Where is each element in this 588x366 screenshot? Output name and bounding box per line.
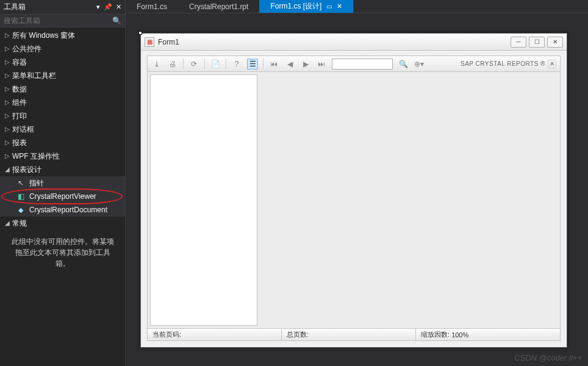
toolbox-header: 工具箱 ▾ 📌 ✕ (0, 0, 125, 15)
brand-label: SAP CRYSTAL REPORTS ® (461, 60, 545, 67)
tree-group[interactable]: ▷公共控件 (0, 42, 125, 56)
tree-group-label: WPF 互操作性 (12, 151, 60, 162)
separator (183, 59, 184, 70)
tree-item-label: CrystalReportDocument (29, 204, 107, 215)
help-icon[interactable]: ? (231, 59, 242, 70)
refresh-icon[interactable]: ⟳ (188, 59, 199, 70)
first-page-icon[interactable]: ⏮ (268, 59, 279, 70)
tab-label: Form1.cs (137, 2, 167, 11)
zoom-icon[interactable]: ⊕▾ (414, 59, 425, 70)
tree-item-pointer[interactable]: 指针 (0, 176, 125, 190)
document-tabs: Form1.cs CrystalReport1.rpt Form1.cs [设计… (126, 0, 588, 13)
tree-group-label: 对话框 (12, 124, 34, 135)
minimize-button[interactable]: ─ (511, 37, 526, 48)
watermark: CSDN @coder ll++ (514, 353, 582, 362)
close-icon[interactable]: ✕ (337, 2, 342, 10)
separator (204, 59, 205, 70)
close-icon[interactable]: ✕ (116, 3, 121, 11)
tab-form1-cs[interactable]: Form1.cs (126, 0, 178, 13)
separator (226, 59, 226, 70)
page-number-input[interactable] (332, 59, 393, 70)
next-page-icon[interactable]: ▶ (300, 59, 311, 70)
search-icon[interactable]: 🔍 (112, 16, 121, 25)
status-label: 当前页码: (152, 330, 181, 339)
status-zoom: 缩放因数: 100% (416, 329, 560, 340)
resize-handle[interactable] (138, 31, 142, 35)
dropdown-icon[interactable]: ▾ (96, 3, 100, 11)
tree-item-label: 指针 (29, 178, 44, 188)
form-titlebar[interactable]: ▦ Form1 ─ ☐ ✕ (141, 34, 567, 51)
find-icon[interactable]: 🔍 (398, 59, 409, 70)
report-viewer-icon (16, 191, 26, 202)
tree-item-crystalreportdocument[interactable]: CrystalReportDocument (0, 203, 125, 217)
tree-group-report-design[interactable]: ◢报表设计 (0, 163, 125, 176)
pin-icon[interactable]: 📌 (104, 3, 112, 11)
chevron-right-icon: ▷ (5, 110, 12, 121)
chevron-right-icon: ▷ (5, 124, 12, 135)
separator (263, 59, 264, 70)
toolbox-title: 工具箱 (4, 2, 96, 12)
toolbox-panel: 工具箱 ▾ 📌 ✕ 🔍 ▷所有 Windows 窗体 ▷公共控件 ▷容器 ▷菜单… (0, 0, 126, 366)
tree-group-label: 菜单和工具栏 (12, 70, 56, 81)
tree-group-label: 容器 (12, 57, 27, 68)
designer-surface[interactable]: ▦ Form1 ─ ☐ ✕ ⤓ 🖨 ⟳ 📄 ? ☰ (126, 13, 588, 366)
pointer-icon (16, 178, 26, 188)
close-button[interactable]: ✕ (547, 37, 563, 48)
tree-group[interactable]: ▷容器 (0, 56, 125, 69)
tree-group[interactable]: ▷数据 (0, 82, 125, 96)
tab-label: CrystalReport1.rpt (189, 2, 248, 11)
chevron-right-icon: ▷ (5, 43, 12, 54)
chevron-right-icon: ▷ (5, 137, 12, 148)
form-icon: ▦ (145, 37, 154, 47)
form-window[interactable]: ▦ Form1 ─ ☐ ✕ ⤓ 🖨 ⟳ 📄 ? ☰ (140, 33, 567, 348)
export-icon[interactable]: ⤓ (151, 59, 162, 70)
last-page-icon[interactable]: ⏭ (316, 59, 327, 70)
tab-form1-cs-design[interactable]: Form1.cs [设计] ▭ ✕ (259, 0, 353, 13)
tree-item-label: CrystalReportViewer (29, 191, 96, 202)
tab-crystalreport1-rpt[interactable]: CrystalReport1.rpt (178, 0, 259, 13)
crv-brand: SAP CRYSTAL REPORTS ® ✕ (461, 60, 556, 68)
form-title: Form1 (158, 38, 511, 46)
chevron-right-icon: ▷ (5, 57, 12, 68)
toggle-tree-icon[interactable]: ☰ (247, 59, 258, 70)
status-label: 缩放因数: (421, 330, 450, 339)
tree-group[interactable]: ▷报表 (0, 136, 125, 149)
tree-group-label: 常规 (12, 218, 27, 229)
copy-icon[interactable]: 📄 (210, 59, 221, 70)
status-value: 100% (451, 331, 468, 339)
tree-group[interactable]: ▷所有 Windows 窗体 (0, 29, 125, 42)
tree-group-label: 所有 Windows 窗体 (12, 30, 75, 41)
tree-item-crystalreportviewer[interactable]: CrystalReportViewer (0, 190, 125, 203)
status-current-page: 当前页码: (148, 329, 282, 340)
toolbox-search-input[interactable] (4, 16, 112, 25)
chevron-right-icon: ▷ (5, 84, 12, 95)
chevron-right-icon: ▷ (5, 151, 12, 162)
keep-open-icon[interactable]: ▭ (326, 3, 332, 10)
tree-group[interactable]: ▷组件 (0, 96, 125, 109)
empty-group-message: 此组中没有可用的控件。将某项拖至此文本可将其添加到工具箱。 (0, 230, 125, 275)
brand-close-icon[interactable]: ✕ (548, 60, 556, 68)
chevron-right-icon: ▷ (5, 70, 12, 81)
tree-group-label: 报表 (12, 137, 27, 148)
crv-report-area[interactable] (260, 72, 560, 328)
tree-group-general[interactable]: ◢常规 (0, 217, 125, 230)
status-label: 总页数: (287, 330, 309, 339)
crv-group-tree[interactable] (150, 74, 257, 326)
maximize-button[interactable]: ☐ (529, 37, 545, 48)
print-icon[interactable]: 🖨 (167, 59, 178, 70)
tree-group[interactable]: ▷WPF 互操作性 (0, 149, 125, 163)
toolbox-search-row: 🔍 (0, 15, 125, 27)
tree-group-label: 组件 (12, 97, 27, 108)
toolbox-tree: ▷所有 Windows 窗体 ▷公共控件 ▷容器 ▷菜单和工具栏 ▷数据 ▷组件… (0, 27, 125, 366)
crv-status-bar: 当前页码: 总页数: 缩放因数: 100% (148, 328, 560, 340)
chevron-right-icon: ▷ (5, 30, 12, 41)
report-document-icon (16, 204, 26, 215)
editor-area: Form1.cs CrystalReport1.rpt Form1.cs [设计… (126, 0, 588, 366)
prev-page-icon[interactable]: ◀ (284, 59, 295, 70)
tree-group[interactable]: ▷打印 (0, 109, 125, 123)
tree-group[interactable]: ▷对话框 (0, 123, 125, 136)
crystal-report-viewer[interactable]: ⤓ 🖨 ⟳ 📄 ? ☰ ⏮ ◀ ▶ ⏭ 🔍 ⊕▾ (147, 56, 561, 341)
tab-label: Form1.cs [设计] (270, 1, 321, 12)
chevron-down-icon: ◢ (5, 218, 12, 229)
tree-group[interactable]: ▷菜单和工具栏 (0, 69, 125, 82)
